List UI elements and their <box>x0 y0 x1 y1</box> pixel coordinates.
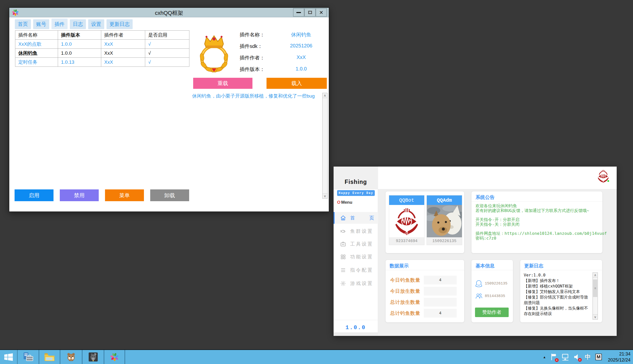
sidebar-item-label: 指令配置 <box>350 267 373 273</box>
clock-time: 21:34 <box>608 351 630 357</box>
plugin-author: XxX <box>101 58 145 67</box>
announcement-line: 密码:c7z0 <box>476 236 599 241</box>
table-row[interactable]: XxX的点歌 1.0.0 XxX √ <box>15 40 189 49</box>
cxhqq-app-button[interactable] <box>104 350 125 364</box>
scrollbar-thumb[interactable]: ≡ <box>593 279 597 297</box>
network-icon[interactable] <box>562 353 569 360</box>
sidebar-item-home[interactable]: 首 页 <box>334 212 378 224</box>
tab-logs[interactable]: 日志 <box>70 19 86 29</box>
table-row[interactable]: 定时任务 1.0.13 XxX √ <box>15 58 189 67</box>
group-contact-row: 851443835 <box>475 293 505 300</box>
scroll-up-icon[interactable]: ∧ <box>323 93 327 98</box>
tab-changelog[interactable]: 更新日志 <box>107 19 133 29</box>
qqadm-tab[interactable]: QQAdm <box>427 195 462 205</box>
scroll-down-icon[interactable]: ∨ <box>593 314 598 319</box>
window-title: cxhQQ框架 <box>9 9 329 17</box>
tab-account[interactable]: 账号 <box>33 19 49 29</box>
sidebar-item-fish-settings[interactable]: 鱼群设置 <box>334 225 378 237</box>
stat-label: 今日放生数量 <box>390 288 420 295</box>
sponsor-button[interactable]: 赞助作者 <box>475 308 509 317</box>
close-icon: ✕ <box>319 10 324 15</box>
plugin-version: 1.0.13 <box>58 58 101 67</box>
field-label: 插件作者： <box>240 54 265 61</box>
data-display-card: 数据展示 今日钓鱼数量 4 今日放生数量 总计放生数量 总计钓鱼数量 4 <box>386 260 464 322</box>
col-header-version[interactable]: 插件版本 <box>58 31 101 40</box>
list-icon <box>340 267 346 273</box>
plugin-name[interactable]: 休闲钓鱼 <box>15 49 58 58</box>
stat-row-today-caught: 今日钓鱼数量 4 <box>390 276 460 284</box>
uninstall-button[interactable]: 卸载 <box>150 189 189 201</box>
volume-muted-badge: ✕ <box>578 358 582 362</box>
changelog-card: 更新日志 Ver:1.0.0 【新增】插件发布！ 【新增】移植cxhQQNT框架… <box>520 260 602 322</box>
plugin-author: XxX <box>101 49 145 58</box>
hamster-app-button[interactable] <box>60 350 82 364</box>
detail-field-sdk: 插件sdk： 20251206 <box>240 43 325 50</box>
tab-home[interactable]: 首页 <box>15 19 31 29</box>
changelog-line: Ver:1.0.0 <box>524 272 591 278</box>
qqadm-avatar <box>427 205 462 238</box>
menu-button[interactable]: 菜单 <box>105 189 144 201</box>
plugin-version: 1.0.0 <box>58 40 101 49</box>
changelog-line: 【修复】艾特触发人显示纯文本 <box>524 289 591 295</box>
volume-muted-icon[interactable]: ✕ <box>574 353 580 360</box>
sidebar-item-label: 功能设置 <box>350 254 373 260</box>
wolf-app-button[interactable]: ? <box>82 350 104 364</box>
stat-value <box>424 287 457 296</box>
description-scrollbar[interactable]: ∧ ∨ <box>322 93 328 199</box>
qq-titlebar[interactable]: cxhQQ框架 ✕ <box>9 8 329 17</box>
tab-settings[interactable]: 设置 <box>88 19 104 29</box>
reload-button[interactable]: 重载 <box>193 78 252 89</box>
field-value: 20251206 <box>277 43 325 49</box>
announcement-card: 系统公告 欢迎各位来玩休闲钓鱼 若有好的建议和BUG反馈，请加通过下方联系方式进… <box>471 191 602 253</box>
server-manager-button[interactable] <box>18 350 39 364</box>
col-header-enabled[interactable]: 是否启用 <box>145 31 189 40</box>
detail-field-author: 插件作者： XxX <box>240 54 325 62</box>
menu-dot-icon: O <box>337 200 340 205</box>
sidebar-item-function-settings[interactable]: 功能设置 <box>334 251 378 263</box>
qq-number: 1509226135 <box>485 281 507 286</box>
plugin-name[interactable]: XxX的点歌 <box>15 40 58 49</box>
card-divider <box>471 201 602 202</box>
col-header-author[interactable]: 插件作者 <box>101 31 145 40</box>
col-header-name[interactable]: 插件名称 <box>15 31 58 40</box>
scroll-up-icon[interactable]: ∧ <box>593 273 598 278</box>
stat-value: 4 <box>424 309 457 318</box>
action-center-flag-icon[interactable]: ✕ <box>551 353 557 361</box>
sidebar-divider <box>334 320 378 320</box>
sidebar-item-game-settings[interactable]: 游戏设置 <box>334 277 378 289</box>
minimize-button[interactable] <box>293 8 304 17</box>
announcement-title: 系统公告 <box>476 194 495 201</box>
maximize-button[interactable] <box>304 8 315 17</box>
sidebar-item-command-config[interactable]: 指令配置 <box>334 264 378 276</box>
announcement-line: 若有好的建议和BUG反馈，请加通过下方联系方式进行反馈哦~ <box>476 208 599 213</box>
file-explorer-button[interactable] <box>39 350 60 364</box>
windows-logo-icon <box>4 353 13 361</box>
qqbot-tab[interactable]: QQBot <box>389 195 424 205</box>
changelog-scrollbar[interactable]: ∧ ≡ ∨ <box>593 272 598 320</box>
tab-plugins[interactable]: 插件 <box>51 19 68 29</box>
announcement-line: 插件网盘地址：https://shlone10124.lanzoub.com/b… <box>476 231 599 236</box>
taskbar-clock[interactable]: 21:34 2025/12/24 <box>606 351 630 363</box>
disable-button[interactable]: 禁用 <box>60 189 99 201</box>
maximize-icon <box>308 11 312 14</box>
ime-mode-indicator[interactable]: M <box>595 354 602 360</box>
load-button[interactable]: 载入 <box>267 78 327 89</box>
qqadm-panel[interactable]: QQAdm <box>427 195 462 245</box>
enable-button[interactable]: 启用 <box>15 189 54 201</box>
start-button[interactable] <box>0 350 18 364</box>
group-icon <box>475 293 483 300</box>
ime-language-indicator[interactable]: 中 <box>585 353 591 361</box>
table-row-selected[interactable]: 休闲钓鱼 1.0.0 XxX √ <box>15 49 189 58</box>
close-button[interactable]: ✕ <box>316 8 327 17</box>
scroll-down-icon[interactable]: ∨ <box>323 193 327 198</box>
qqbot-panel[interactable]: QQBot 923374694 <box>389 195 425 245</box>
plugin-author: XxX <box>101 40 145 49</box>
plugin-enabled: √ <box>145 49 189 58</box>
plugin-name[interactable]: 定时任务 <box>15 58 58 67</box>
server-manager-icon <box>23 352 33 362</box>
qq-contact-row: 1509226135 <box>475 279 507 287</box>
tray-expand-icon[interactable]: ▲ <box>543 355 546 359</box>
sidebar-item-tool-settings[interactable]: 工具设置 <box>334 238 378 250</box>
field-label: 插件sdk： <box>240 43 262 50</box>
flag-error-badge: ✕ <box>555 358 559 362</box>
